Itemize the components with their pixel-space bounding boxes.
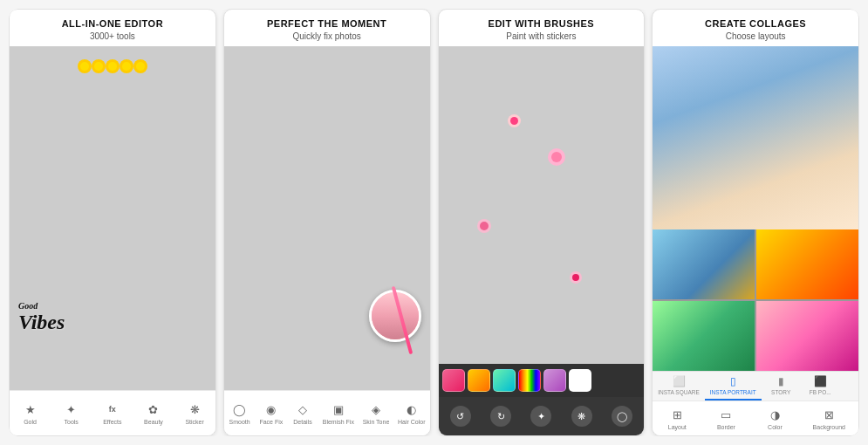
swatch-rainbow[interactable] xyxy=(518,369,541,392)
border-label: Border xyxy=(717,424,735,430)
collage-cell-1 xyxy=(653,229,755,299)
collage-cell-4 xyxy=(756,301,858,371)
toolbar-sticker[interactable]: ❋ Sticker xyxy=(183,401,206,425)
gold-icon: ★ xyxy=(23,401,38,417)
panel-4-header: CREATE COLLAGES Choose layouts xyxy=(653,10,858,46)
tab-insta-portrait[interactable]: ▯ INSTA PORTRAIT xyxy=(705,372,762,400)
collage-grid xyxy=(653,229,858,371)
panel-2-image xyxy=(224,46,430,390)
panel-2-header: PERFECT THE MOMENT Quickly fix photos xyxy=(224,10,430,46)
tab-story[interactable]: ▮ STORY xyxy=(762,372,801,400)
toolbar-haircolor[interactable]: ◐ Hair Color xyxy=(398,401,426,425)
layout-type-tabs: ⬜ INSTA SQUARE ▯ INSTA PORTRAIT ▮ STORY … xyxy=(653,371,858,400)
panel-1-toolbar: ★ Gold ✦ Tools fx Effects ✿ Beauty ❋ Sti… xyxy=(10,390,215,435)
toolbar-effects[interactable]: fx Effects xyxy=(101,401,124,425)
color-label: Color xyxy=(768,424,783,430)
details-label: Details xyxy=(293,419,311,425)
tab-story-label: STORY xyxy=(771,389,790,395)
good-vibes-text: Good Vibes xyxy=(18,301,65,333)
pink-flower-2 xyxy=(480,222,489,230)
pink-flower-1 xyxy=(551,152,562,162)
swatch-orange[interactable] xyxy=(468,369,490,392)
tab-fb[interactable]: ⬛ FB PO... xyxy=(801,372,840,400)
smooth-icon: ◯ xyxy=(232,401,248,417)
toolbar-tools[interactable]: ✦ Tools xyxy=(60,401,83,425)
panel-3-title: EDIT WITH BRUSHES xyxy=(446,18,638,30)
brush-flower[interactable]: ❋ xyxy=(571,406,592,427)
toolbar-background[interactable]: ⊠ Background xyxy=(813,407,845,430)
panel-edit-brushes: EDIT WITH BRUSHES Paint with stickers ↺ … xyxy=(438,9,646,436)
panel-1-image: Good Vibes xyxy=(10,46,215,390)
tab-insta-square[interactable]: ⬜ INSTA SQUARE xyxy=(653,372,705,400)
details-icon: ◇ xyxy=(295,401,311,417)
toolbar-color[interactable]: ◑ Color xyxy=(763,407,786,430)
flower-2 xyxy=(94,62,103,71)
gold-label: Gold xyxy=(24,419,37,425)
blemish-label: Blemish Fix xyxy=(323,419,354,425)
insta-portrait-icon: ▯ xyxy=(730,375,736,387)
panel-1-title: ALL-IN-ONE EDITOR xyxy=(17,18,208,30)
panel-2-toolbar: ◯ Smooth ◉ Face Fix ◇ Details ▣ Blemish … xyxy=(224,390,430,435)
vibes-text: Vibes xyxy=(18,311,65,333)
facefix-label: Face Fix xyxy=(259,419,283,425)
fb-icon: ⬛ xyxy=(814,375,827,387)
flower-1 xyxy=(80,62,89,71)
toolbar-details[interactable]: ◇ Details xyxy=(291,401,314,425)
brush-sparkle[interactable]: ✦ xyxy=(530,406,551,427)
tab-insta-square-label: INSTA SQUARE xyxy=(658,389,700,395)
brush-eraser[interactable]: ◯ xyxy=(612,406,632,427)
border-icon: ▭ xyxy=(718,407,734,422)
toolbar-blemish[interactable]: ▣ Blemish Fix xyxy=(323,401,354,425)
flower-decoration xyxy=(31,62,194,76)
background-label: Background xyxy=(813,424,845,430)
swatch-bar xyxy=(439,364,645,397)
collage-cell-2 xyxy=(756,229,858,299)
swatch-pink[interactable] xyxy=(442,369,465,392)
brush-undo[interactable]: ↺ xyxy=(450,406,471,427)
flower-4 xyxy=(122,62,131,71)
tools-icon: ✦ xyxy=(64,401,79,417)
panel-2-subtitle: Quickly fix photos xyxy=(231,31,423,41)
panel-3-header: EDIT WITH BRUSHES Paint with stickers xyxy=(439,10,645,46)
panel-3-brush-toolbar: ↺ ↻ ✦ ❋ ◯ xyxy=(439,397,645,435)
app-screenshot: ALL-IN-ONE EDITOR 3000+ tools Good Vibes… xyxy=(9,9,859,436)
color-icon: ◑ xyxy=(767,407,783,422)
collage-top-photo xyxy=(653,46,858,229)
toolbar-facefix[interactable]: ◉ Face Fix xyxy=(259,401,283,425)
layout-icon: ⊞ xyxy=(669,407,685,422)
effects-label: Effects xyxy=(103,419,121,425)
brush-redo[interactable]: ↻ xyxy=(490,406,511,427)
haircolor-icon: ◐ xyxy=(404,401,420,417)
panel-3-subtitle: Paint with stickers xyxy=(446,31,638,41)
pink-flower-3 xyxy=(572,274,579,281)
good-text: Good xyxy=(18,301,65,311)
panel-4-toolbar: ⊞ Layout ▭ Border ◑ Color ⊠ Background xyxy=(653,400,858,435)
insta-square-icon: ⬜ xyxy=(673,375,686,387)
beauty-label: Beauty xyxy=(144,419,163,425)
story-icon: ▮ xyxy=(778,375,784,387)
panel-1-header: ALL-IN-ONE EDITOR 3000+ tools xyxy=(10,10,215,46)
flower-3 xyxy=(108,62,117,71)
panel-1-subtitle: 3000+ tools xyxy=(17,31,208,41)
layout-label: Layout xyxy=(668,424,687,430)
facefix-icon: ◉ xyxy=(263,401,279,417)
tab-insta-portrait-label: INSTA PORTRAIT xyxy=(710,389,756,395)
smooth-label: Smooth xyxy=(229,419,250,425)
toolbar-smooth[interactable]: ◯ Smooth xyxy=(229,401,251,425)
swatch-purple[interactable] xyxy=(543,369,566,392)
panel-4-image xyxy=(653,46,858,371)
toolbar-gold[interactable]: ★ Gold xyxy=(19,401,42,425)
background-icon: ⊠ xyxy=(821,407,837,422)
sticker-icon: ❋ xyxy=(187,401,202,417)
toolbar-beauty[interactable]: ✿ Beauty xyxy=(142,401,165,425)
effects-icon: fx xyxy=(105,401,120,417)
skintone-label: Skin Tone xyxy=(363,419,390,425)
swatch-teal[interactable] xyxy=(493,369,516,392)
panel-all-in-one: ALL-IN-ONE EDITOR 3000+ tools Good Vibes… xyxy=(9,9,216,436)
toolbar-border[interactable]: ▭ Border xyxy=(714,407,737,430)
toolbar-layout[interactable]: ⊞ Layout xyxy=(666,407,688,430)
tools-label: Tools xyxy=(65,419,79,425)
beauty-icon: ✿ xyxy=(146,401,161,417)
toolbar-skintone[interactable]: ◈ Skin Tone xyxy=(363,401,390,425)
swatch-white[interactable] xyxy=(569,369,591,392)
